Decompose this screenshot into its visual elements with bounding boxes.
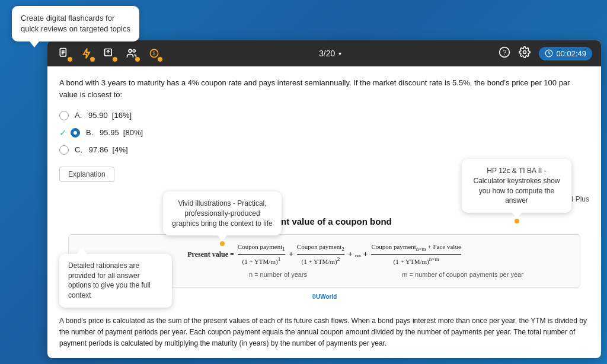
upload-icon[interactable] [101,46,117,61]
svg-text:$: $ [153,50,156,56]
radio-a [59,111,69,120]
svg-text:?: ? [503,49,507,56]
question-text: A bond with 3 years to maturity has a 4%… [59,77,589,100]
tooltip-illustrations: Vivid illustrations - Practical, profess… [163,191,282,235]
tooltip-illustrations-dot [220,241,225,246]
bolt-icon[interactable] [79,46,94,61]
term1: Coupon payment1 (1 + YTM/m)1 [238,242,285,266]
answer-option-a[interactable]: A. 95.90 [16%] [59,110,589,122]
users-badge [135,56,140,62]
answer-option-b[interactable]: ✓ B. 95.95 [80%] [59,126,589,140]
plus2: + ... + [348,248,368,260]
svg-point-12 [523,50,526,53]
timer-text: 00:02:49 [556,49,586,58]
progress-text: 3/20 [319,49,335,58]
tooltip-flashcard-text: Create digital flashcards for quick revi… [21,14,130,33]
answer-options: A. 95.90 [16%] ✓ B. 95.95 [80%] C. 97.86… [59,110,589,156]
term-n: Coupon paymentn×m + Face value (1 + YTM/… [371,242,461,266]
tooltip-illustrations-text: Vivid illustrations - Practical, profess… [172,199,272,228]
coin-badge [157,56,163,62]
svg-point-7 [133,50,135,52]
tooltip-flashcard: Create digital flashcards for quick revi… [12,6,139,41]
progress-chevron[interactable]: ▾ [338,50,341,57]
settings-icon[interactable] [519,46,531,61]
legend-n: n = number of years [249,270,307,280]
answer-option-c[interactable]: C. 97.86 [4%] [59,144,589,156]
bolt-badge [90,56,95,62]
radio-c [59,145,69,155]
plus1: + [289,248,293,260]
timer-badge: 00:02:49 [539,47,592,60]
main-window: $ 3/20 ▾ ? [47,40,601,358]
users-icon[interactable] [124,46,139,61]
tooltip-calculator-dot [515,219,519,223]
legend-m: m = number of coupon payments per year [402,270,523,280]
tooltip-rationale-text: Detailed rationales are provided for all… [68,261,151,299]
term2: Coupon payment2 (1 + YTM/m)2 [297,242,344,266]
upload-badge [112,56,118,62]
answer-b-label: B. 95.95 [80%] [86,127,143,139]
explanation-text: A bond's price is calculated as the sum … [59,315,589,350]
formula-title: Present value of a coupon bond [68,215,580,229]
toolbar-left: $ [56,46,162,61]
toolbar: $ 3/20 ▾ ? [47,40,601,66]
toolbar-center: 3/20 ▾ [319,49,341,58]
radio-b [71,128,80,138]
toolbar-right: ? 00:02:49 [499,46,592,61]
tooltip-rationale: Detailed rationales are provided for all… [59,254,172,308]
coin-icon[interactable]: $ [146,46,162,61]
answer-a-label: A. 95.90 [16%] [75,110,132,122]
pv-label: Present value = [187,249,234,260]
explanation-button[interactable]: Explanation [59,167,114,182]
answer-c-label: C. 97.86 [4%] [75,144,128,156]
svg-point-6 [129,49,132,52]
tooltip-calculator: HP 12c & TI BA II - Calculator keystroke… [462,159,571,213]
document-icon[interactable] [56,46,72,61]
tooltip-calculator-text: HP 12c & TI BA II - Calculator keystroke… [473,167,560,205]
document-badge [67,56,73,62]
help-icon[interactable]: ? [499,46,510,61]
checkmark-icon: ✓ [59,126,67,140]
